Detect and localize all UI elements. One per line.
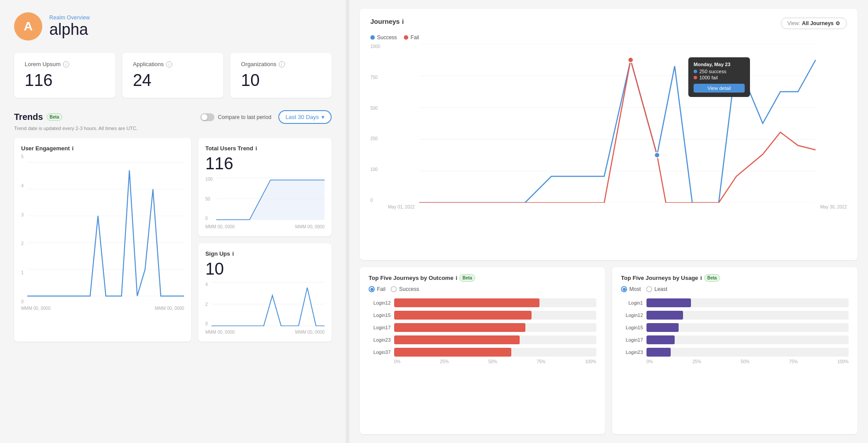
radio-circle-success	[391, 286, 397, 292]
journeys-legend: Success Fail	[370, 34, 847, 41]
bar-fill-usage-2	[646, 323, 679, 332]
bar-track-outcome-0	[394, 298, 596, 307]
outcome-bar-chart: Login12 Login15 Login17	[369, 298, 596, 357]
radio-circle-least	[646, 286, 652, 292]
info-icon-sign-ups: i	[233, 250, 234, 257]
view-detail-button[interactable]: View detail	[694, 84, 745, 93]
bar-label-outcome-1: Login15	[369, 313, 391, 318]
realm-label: Realm Overview	[49, 15, 90, 21]
usage-x-axis: 0%25%50%75%100%	[621, 359, 849, 364]
realm-name: alpha	[49, 21, 90, 38]
left-panel: A Realm Overview alpha Lorem Upsum i 116…	[0, 0, 346, 443]
sign-ups-value: 10	[205, 260, 325, 279]
bar-row-outcome-3: Login23	[369, 335, 596, 344]
y-axis-total-users: 100500	[205, 177, 214, 221]
bar-fill-usage-0	[646, 298, 691, 307]
usage-radio-group: Most Least	[621, 286, 849, 292]
top-by-outcome-title: Top Five Journeys by Outcome i Beta	[369, 274, 596, 282]
card-value-applications: 24	[133, 71, 213, 90]
total-users-title: Total Users Trend i	[205, 145, 325, 152]
compare-label: Compare to last period	[218, 114, 271, 120]
bar-label-outcome-4: Login37	[369, 350, 391, 355]
card-label-applications: Applications i	[133, 61, 213, 67]
point-fail	[628, 57, 633, 63]
card-value-lorem: 116	[25, 71, 105, 90]
info-icon-journeys: i	[402, 18, 404, 25]
view-journeys-button[interactable]: View: All Journeys ⚙	[781, 18, 847, 29]
bar-fill-outcome-1	[394, 311, 532, 320]
card-label-lorem: Lorem Upsum i	[25, 61, 105, 67]
sign-ups-svg	[211, 282, 325, 326]
radio-circle-fail	[369, 286, 375, 292]
info-icon-engagement: i	[72, 145, 74, 152]
bar-track-usage-3	[646, 335, 849, 344]
tooltip-success-row: 250 success	[694, 69, 745, 74]
info-icon-lorem: i	[63, 61, 69, 67]
bar-row-usage-2: Login15	[621, 323, 849, 332]
usage-radio-most[interactable]: Most	[621, 286, 641, 292]
compare-toggle-switch[interactable]	[200, 113, 214, 121]
gear-icon: ⚙	[835, 20, 840, 26]
bar-label-usage-3: Login17	[621, 337, 643, 342]
outcome-x-axis: 0%25%50%75%100%	[369, 359, 596, 364]
panel-divider	[346, 0, 349, 443]
trends-header: Trends Beta Compare to last period Last …	[14, 110, 332, 124]
bar-fill-outcome-3	[394, 335, 520, 344]
info-icon-organizations: i	[279, 61, 285, 67]
x-axis-journeys: May 01, 2022 May 30, 2022	[370, 205, 847, 209]
trends-controls: Compare to last period Last 30 Days ▾	[200, 110, 332, 124]
trends-title-row: Trends Beta	[14, 112, 62, 122]
sign-ups-chart: Sign Ups i 10 420	[198, 243, 332, 342]
card-label-organizations: Organizations i	[241, 61, 321, 67]
bar-row-usage-1: Login12	[621, 311, 849, 320]
outcome-radio-fail[interactable]: Fail	[369, 286, 385, 292]
usage-beta-badge: Beta	[704, 274, 720, 282]
realm-header: A Realm Overview alpha	[14, 12, 332, 41]
card-value-organizations: 10	[241, 71, 321, 90]
bar-row-outcome-2: Login17	[369, 323, 596, 332]
bar-track-outcome-2	[394, 323, 596, 332]
header-text: Realm Overview alpha	[49, 15, 90, 38]
chevron-down-icon: ▾	[321, 114, 325, 120]
date-range-button[interactable]: Last 30 Days ▾	[278, 110, 332, 124]
usage-radio-least[interactable]: Least	[646, 286, 667, 292]
metric-card-lorem: Lorem Upsum i 116	[14, 53, 115, 98]
bar-row-usage-0: Login1	[621, 298, 849, 307]
right-panel: Journeys i View: All Journeys ⚙ Success …	[349, 0, 868, 443]
y-axis-engagement: 543210	[21, 154, 26, 304]
journeys-card: Journeys i View: All Journeys ⚙ Success …	[360, 9, 857, 260]
metric-card-applications: Applications i 24	[122, 53, 224, 98]
x-axis-engagement: MMM 00, 0000 MMM 00, 0000	[21, 306, 184, 311]
bar-fill-usage-4	[646, 348, 671, 357]
bar-row-outcome-1: Login15	[369, 311, 596, 320]
y-axis-journeys: 10007505002501000	[370, 44, 386, 203]
bar-track-usage-2	[646, 323, 849, 332]
total-users-chart: Total Users Trend i 116 100500	[198, 138, 332, 236]
chart-grid: User Engagement i 543210	[14, 138, 332, 342]
bar-track-outcome-3	[394, 335, 596, 344]
user-engagement-chart: User Engagement i 543210	[14, 138, 191, 342]
bar-label-outcome-2: Login17	[369, 325, 391, 330]
total-users-svg	[216, 177, 325, 221]
bar-row-outcome-4: Login37	[369, 348, 596, 357]
compare-toggle: Compare to last period	[200, 113, 271, 121]
trends-title: Trends	[14, 112, 43, 122]
engagement-svg	[27, 154, 185, 304]
bar-label-usage-4: Login23	[621, 350, 643, 355]
top-by-usage-card: Top Five Journeys by Usage i Beta Most L…	[612, 267, 857, 434]
outcome-radio-success[interactable]: Success	[391, 286, 419, 292]
journeys-chart-area: 10007505002501000	[370, 44, 847, 203]
total-users-value: 116	[205, 154, 325, 173]
outcome-radio-group: Fail Success	[369, 286, 596, 292]
bar-fill-usage-3	[646, 335, 675, 344]
legend-dot-success	[370, 35, 375, 40]
journeys-svg	[388, 44, 847, 203]
legend-dot-fail	[404, 35, 408, 40]
bar-row-usage-4: Login23	[621, 348, 849, 357]
info-icon-usage: i	[700, 275, 702, 281]
x-axis-total-users: MMM 00, 0000 MMM 00, 0000	[205, 224, 325, 229]
outcome-beta-badge: Beta	[459, 274, 475, 282]
tooltip-fail-row: 1000 fail	[694, 75, 745, 80]
bar-label-usage-0: Login1	[621, 300, 643, 305]
journey-tooltip: Monday, May 23 250 success 1000 fail Vie…	[688, 57, 750, 97]
